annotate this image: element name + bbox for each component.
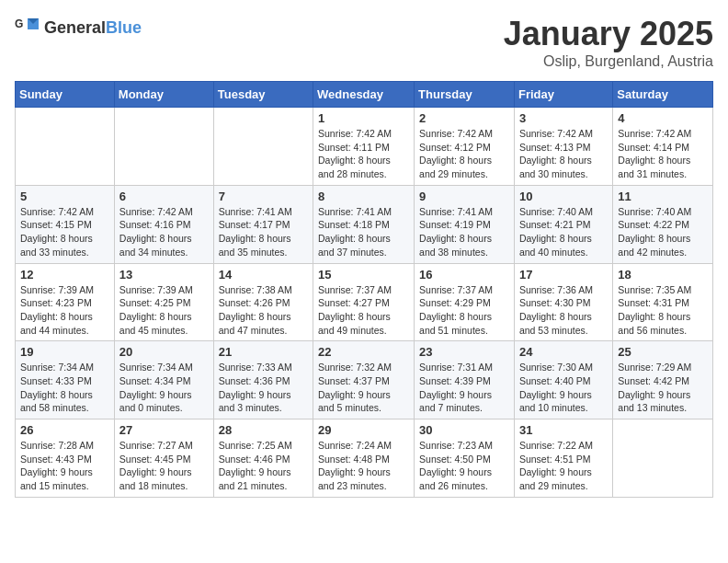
day-info: Sunrise: 7:38 AM Sunset: 4:26 PM Dayligh… [219, 283, 308, 338]
day-number: 12 [20, 268, 109, 282]
calendar-cell: 10Sunrise: 7:40 AM Sunset: 4:21 PM Dayli… [514, 185, 612, 263]
day-number: 4 [618, 111, 708, 125]
day-number: 5 [20, 190, 109, 203]
day-info: Sunrise: 7:25 AM Sunset: 4:46 PM Dayligh… [219, 439, 308, 493]
day-info: Sunrise: 7:33 AM Sunset: 4:36 PM Dayligh… [219, 361, 308, 415]
calendar-week-row: 26Sunrise: 7:28 AM Sunset: 4:43 PM Dayli… [16, 419, 713, 498]
calendar-cell: 30Sunrise: 7:23 AM Sunset: 4:50 PM Dayli… [415, 419, 515, 498]
day-number: 2 [419, 111, 509, 125]
calendar-cell [213, 108, 313, 186]
calendar-cell: 5Sunrise: 7:42 AM Sunset: 4:15 PM Daylig… [16, 185, 115, 263]
day-number: 3 [519, 111, 608, 125]
calendar-cell: 1Sunrise: 7:42 AM Sunset: 4:11 PM Daylig… [313, 108, 415, 186]
day-number: 29 [318, 423, 409, 437]
day-info: Sunrise: 7:41 AM Sunset: 4:17 PM Dayligh… [219, 205, 308, 259]
day-info: Sunrise: 7:42 AM Sunset: 4:12 PM Dayligh… [419, 127, 509, 181]
day-number: 31 [519, 423, 608, 437]
day-number: 10 [519, 190, 608, 203]
calendar-table: SundayMondayTuesdayWednesdayThursdayFrid… [15, 81, 713, 498]
day-info: Sunrise: 7:41 AM Sunset: 4:18 PM Dayligh… [318, 205, 409, 259]
day-info: Sunrise: 7:39 AM Sunset: 4:23 PM Dayligh… [20, 283, 109, 338]
calendar-cell: 11Sunrise: 7:40 AM Sunset: 4:22 PM Dayli… [613, 185, 713, 263]
day-number: 26 [20, 423, 109, 437]
day-info: Sunrise: 7:22 AM Sunset: 4:51 PM Dayligh… [519, 439, 608, 493]
calendar-cell: 16Sunrise: 7:37 AM Sunset: 4:29 PM Dayli… [415, 263, 515, 341]
weekday-header-monday: Monday [114, 82, 213, 108]
calendar-cell: 4Sunrise: 7:42 AM Sunset: 4:14 PM Daylig… [613, 108, 713, 186]
day-info: Sunrise: 7:35 AM Sunset: 4:31 PM Dayligh… [618, 283, 708, 338]
day-number: 8 [318, 190, 409, 203]
day-info: Sunrise: 7:28 AM Sunset: 4:43 PM Dayligh… [20, 439, 109, 493]
day-number: 16 [419, 268, 509, 282]
calendar-cell: 19Sunrise: 7:34 AM Sunset: 4:33 PM Dayli… [16, 341, 115, 419]
day-info: Sunrise: 7:23 AM Sunset: 4:50 PM Dayligh… [419, 439, 509, 493]
calendar-cell: 12Sunrise: 7:39 AM Sunset: 4:23 PM Dayli… [16, 263, 115, 341]
weekday-header-tuesday: Tuesday [213, 82, 313, 108]
calendar-cell [16, 108, 115, 186]
day-number: 1 [318, 111, 409, 125]
logo-icon: G [15, 15, 40, 40]
calendar-week-row: 5Sunrise: 7:42 AM Sunset: 4:15 PM Daylig… [16, 185, 713, 263]
day-info: Sunrise: 7:36 AM Sunset: 4:30 PM Dayligh… [519, 283, 608, 338]
calendar-week-row: 19Sunrise: 7:34 AM Sunset: 4:33 PM Dayli… [16, 341, 713, 419]
day-number: 14 [219, 268, 308, 282]
weekday-header-friday: Friday [514, 82, 612, 108]
weekday-header-sunday: Sunday [16, 82, 115, 108]
calendar-week-row: 12Sunrise: 7:39 AM Sunset: 4:23 PM Dayli… [16, 263, 713, 341]
calendar-cell: 25Sunrise: 7:29 AM Sunset: 4:42 PM Dayli… [613, 341, 713, 419]
day-info: Sunrise: 7:34 AM Sunset: 4:34 PM Dayligh… [119, 361, 209, 415]
calendar-cell: 8Sunrise: 7:41 AM Sunset: 4:18 PM Daylig… [313, 185, 415, 263]
logo-text-general: General [44, 18, 106, 38]
page-header: G General Blue January 2025 Oslip, Burge… [15, 15, 713, 70]
calendar-cell: 14Sunrise: 7:38 AM Sunset: 4:26 PM Dayli… [213, 263, 313, 341]
day-number: 15 [318, 268, 409, 282]
day-number: 11 [618, 190, 708, 203]
calendar-cell: 27Sunrise: 7:27 AM Sunset: 4:45 PM Dayli… [114, 419, 213, 498]
calendar-cell: 22Sunrise: 7:32 AM Sunset: 4:37 PM Dayli… [313, 341, 415, 419]
calendar-cell [114, 108, 213, 186]
day-number: 20 [119, 345, 209, 359]
weekday-header-wednesday: Wednesday [313, 82, 415, 108]
day-number: 24 [519, 345, 608, 359]
day-number: 18 [618, 268, 708, 282]
day-info: Sunrise: 7:42 AM Sunset: 4:13 PM Dayligh… [519, 127, 608, 181]
calendar-cell: 9Sunrise: 7:41 AM Sunset: 4:19 PM Daylig… [415, 185, 515, 263]
day-info: Sunrise: 7:39 AM Sunset: 4:25 PM Dayligh… [119, 283, 209, 338]
day-info: Sunrise: 7:30 AM Sunset: 4:40 PM Dayligh… [519, 361, 608, 415]
calendar-cell: 29Sunrise: 7:24 AM Sunset: 4:48 PM Dayli… [313, 419, 415, 498]
day-number: 17 [519, 268, 608, 282]
weekday-header-row: SundayMondayTuesdayWednesdayThursdayFrid… [16, 82, 713, 108]
day-info: Sunrise: 7:24 AM Sunset: 4:48 PM Dayligh… [318, 439, 409, 493]
day-number: 9 [419, 190, 509, 203]
logo-text-blue: Blue [106, 18, 142, 38]
calendar-cell: 15Sunrise: 7:37 AM Sunset: 4:27 PM Dayli… [313, 263, 415, 341]
calendar-cell: 31Sunrise: 7:22 AM Sunset: 4:51 PM Dayli… [514, 419, 612, 498]
day-info: Sunrise: 7:40 AM Sunset: 4:22 PM Dayligh… [618, 205, 708, 259]
day-info: Sunrise: 7:40 AM Sunset: 4:21 PM Dayligh… [519, 205, 608, 259]
calendar-cell: 26Sunrise: 7:28 AM Sunset: 4:43 PM Dayli… [16, 419, 115, 498]
calendar-title: January 2025 [504, 15, 713, 53]
title-area: January 2025 Oslip, Burgenland, Austria [504, 15, 713, 70]
day-info: Sunrise: 7:37 AM Sunset: 4:29 PM Dayligh… [419, 283, 509, 338]
day-info: Sunrise: 7:29 AM Sunset: 4:42 PM Dayligh… [618, 361, 708, 415]
calendar-cell: 20Sunrise: 7:34 AM Sunset: 4:34 PM Dayli… [114, 341, 213, 419]
calendar-cell: 2Sunrise: 7:42 AM Sunset: 4:12 PM Daylig… [415, 108, 515, 186]
day-number: 19 [20, 345, 109, 359]
calendar-cell: 7Sunrise: 7:41 AM Sunset: 4:17 PM Daylig… [213, 185, 313, 263]
day-info: Sunrise: 7:41 AM Sunset: 4:19 PM Dayligh… [419, 205, 509, 259]
calendar-cell: 24Sunrise: 7:30 AM Sunset: 4:40 PM Dayli… [514, 341, 612, 419]
calendar-cell: 13Sunrise: 7:39 AM Sunset: 4:25 PM Dayli… [114, 263, 213, 341]
day-number: 21 [219, 345, 308, 359]
day-number: 7 [219, 190, 308, 203]
calendar-cell [613, 419, 713, 498]
calendar-cell: 17Sunrise: 7:36 AM Sunset: 4:30 PM Dayli… [514, 263, 612, 341]
day-info: Sunrise: 7:42 AM Sunset: 4:11 PM Dayligh… [318, 127, 409, 181]
calendar-cell: 3Sunrise: 7:42 AM Sunset: 4:13 PM Daylig… [514, 108, 612, 186]
calendar-cell: 6Sunrise: 7:42 AM Sunset: 4:16 PM Daylig… [114, 185, 213, 263]
day-info: Sunrise: 7:31 AM Sunset: 4:39 PM Dayligh… [419, 361, 509, 415]
day-number: 23 [419, 345, 509, 359]
day-number: 22 [318, 345, 409, 359]
weekday-header-saturday: Saturday [613, 82, 713, 108]
day-info: Sunrise: 7:32 AM Sunset: 4:37 PM Dayligh… [318, 361, 409, 415]
day-info: Sunrise: 7:42 AM Sunset: 4:14 PM Dayligh… [618, 127, 708, 181]
